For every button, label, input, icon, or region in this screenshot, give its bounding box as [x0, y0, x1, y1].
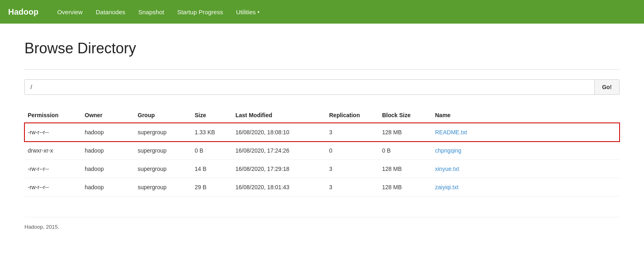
col-header-blocksize: Block Size [379, 108, 432, 123]
footer: Hadoop, 2015. [24, 217, 620, 230]
cell-size: 0 B [191, 142, 232, 160]
link-zaiyiqi.txt[interactable]: zaiyiqi.txt [435, 184, 459, 190]
nav-item-datanodes: Datanodes [89, 5, 132, 19]
nav-item-snapshot: Snapshot [132, 5, 171, 19]
cell-owner: hadoop [81, 160, 134, 178]
navbar-brand[interactable]: Hadoop [8, 7, 38, 17]
cell-size: 1.33 KB [191, 123, 232, 142]
cell-owner: hadoop [81, 178, 134, 197]
cell-size: 14 B [191, 160, 232, 178]
cell-permission: -rw-r--r-- [24, 123, 81, 142]
cell-replication: 3 [326, 123, 379, 142]
main-content: Browse Directory Go! Permission Owner Gr… [0, 24, 644, 246]
nav-link-overview[interactable]: Overview [51, 5, 89, 19]
col-header-name: Name [432, 108, 620, 123]
directory-table: Permission Owner Group Size Last Modifie… [24, 108, 620, 197]
cell-modified: 16/08/2020, 17:24:26 [232, 142, 326, 160]
nav-link-utilities[interactable]: Utilities ▾ [229, 5, 266, 19]
cell-permission: drwxr-xr-x [24, 142, 81, 160]
cell-blocksize: 128 MB [379, 160, 432, 178]
cell-size: 29 B [191, 178, 232, 197]
search-bar: Go! [24, 79, 620, 95]
search-input[interactable] [25, 80, 594, 94]
nav-link-snapshot[interactable]: Snapshot [132, 5, 171, 19]
cell-name[interactable]: chpngqing [432, 142, 620, 160]
cell-replication: 0 [326, 142, 379, 160]
cell-group: supergroup [134, 160, 191, 178]
link-chpngqing[interactable]: chpngqing [435, 147, 462, 154]
cell-modified: 16/08/2020, 18:08:10 [232, 123, 326, 142]
go-button[interactable]: Go! [594, 80, 619, 94]
link-xinyue.txt[interactable]: xinyue.txt [435, 166, 459, 172]
col-header-permission: Permission [24, 108, 81, 123]
nav-item-startup-progress: Startup Progress [171, 5, 230, 19]
cell-group: supergroup [134, 123, 191, 142]
cell-blocksize: 128 MB [379, 178, 432, 197]
link-README.txt[interactable]: README.txt [435, 129, 467, 136]
cell-permission: -rw-r--r-- [24, 160, 81, 178]
table-row: -rw-r--r--hadoopsupergroup14 B16/08/2020… [24, 160, 620, 178]
cell-name[interactable]: xinyue.txt [432, 160, 620, 178]
page-title: Browse Directory [24, 40, 620, 57]
table-header-row: Permission Owner Group Size Last Modifie… [24, 108, 620, 123]
col-header-modified: Last Modified [232, 108, 326, 123]
nav-item-utilities: Utilities ▾ [229, 5, 266, 19]
cell-modified: 16/08/2020, 18:01:43 [232, 178, 326, 197]
table-row: drwxr-xr-xhadoopsupergroup0 B16/08/2020,… [24, 142, 620, 160]
cell-owner: hadoop [81, 123, 134, 142]
cell-replication: 3 [326, 160, 379, 178]
col-header-group: Group [134, 108, 191, 123]
nav-link-datanodes[interactable]: Datanodes [89, 5, 132, 19]
chevron-down-icon: ▾ [257, 10, 259, 14]
divider [24, 69, 620, 70]
cell-name[interactable]: zaiyiqi.txt [432, 178, 620, 197]
navbar-nav: Overview Datanodes Snapshot Startup Prog… [51, 5, 266, 19]
footer-text: Hadoop, 2015. [24, 224, 59, 230]
table-row: -rw-r--r--hadoopsupergroup29 B16/08/2020… [24, 178, 620, 197]
col-header-replication: Replication [326, 108, 379, 123]
cell-modified: 16/08/2020, 17:29:18 [232, 160, 326, 178]
cell-group: supergroup [134, 178, 191, 197]
navbar: Hadoop Overview Datanodes Snapshot Start… [0, 0, 644, 24]
col-header-size: Size [191, 108, 232, 123]
cell-name[interactable]: README.txt [432, 123, 620, 142]
col-header-owner: Owner [81, 108, 134, 123]
nav-item-overview: Overview [51, 5, 89, 19]
table-row: -rw-r--r--hadoopsupergroup1.33 KB16/08/2… [24, 123, 620, 142]
nav-link-startup-progress[interactable]: Startup Progress [171, 5, 230, 19]
cell-blocksize: 0 B [379, 142, 432, 160]
cell-permission: -rw-r--r-- [24, 178, 81, 197]
cell-blocksize: 128 MB [379, 123, 432, 142]
cell-replication: 3 [326, 178, 379, 197]
cell-owner: hadoop [81, 142, 134, 160]
cell-group: supergroup [134, 142, 191, 160]
